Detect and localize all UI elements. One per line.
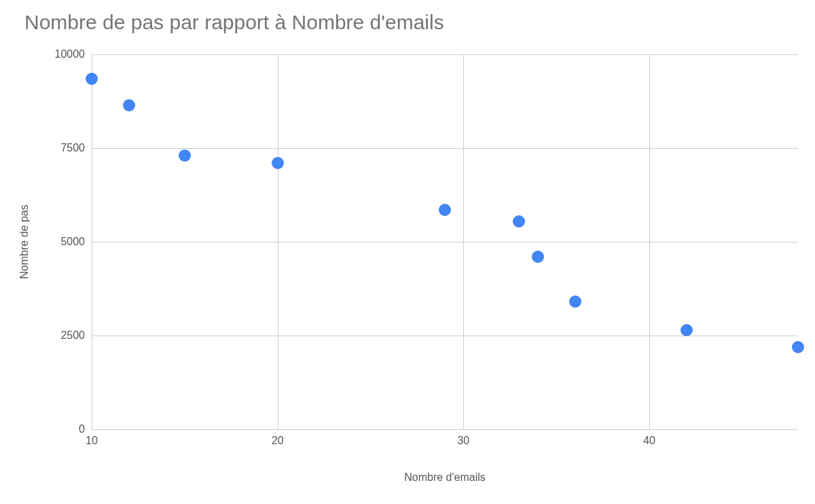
y-tick-label: 10000	[31, 48, 85, 60]
data-point	[439, 204, 451, 216]
x-tick-label: 30	[457, 435, 469, 447]
y-tick-label: 7500	[31, 142, 85, 154]
data-point	[86, 73, 98, 85]
data-point	[792, 341, 804, 353]
y-axis-label: Nombre de pas	[18, 204, 31, 278]
y-tick-label: 2500	[31, 329, 85, 342]
data-point	[532, 251, 544, 263]
x-tick-label: 20	[272, 435, 284, 447]
gridline-horizontal	[92, 336, 798, 336]
gridline-horizontal	[92, 148, 798, 149]
y-tick-label: 5000	[31, 236, 85, 248]
plot-area	[92, 54, 798, 429]
x-axis-label: Nombre d'emails	[404, 471, 486, 484]
data-point	[272, 157, 284, 169]
x-tick-label: 10	[86, 435, 98, 447]
data-point	[179, 149, 191, 162]
data-point	[513, 215, 525, 228]
data-point	[569, 295, 581, 308]
gridline-horizontal	[92, 242, 798, 242]
y-tick-label: 0	[31, 423, 85, 435]
chart-title: Nombre de pas par rapport à Nombre d'ema…	[24, 11, 444, 34]
x-tick-label: 40	[643, 435, 655, 447]
data-point	[123, 99, 135, 111]
gridline-horizontal	[92, 54, 798, 55]
chart-container: Nombre de pas par rapport à Nombre d'ema…	[0, 0, 815, 504]
gridline-horizontal	[92, 429, 798, 430]
data-point	[681, 324, 693, 336]
